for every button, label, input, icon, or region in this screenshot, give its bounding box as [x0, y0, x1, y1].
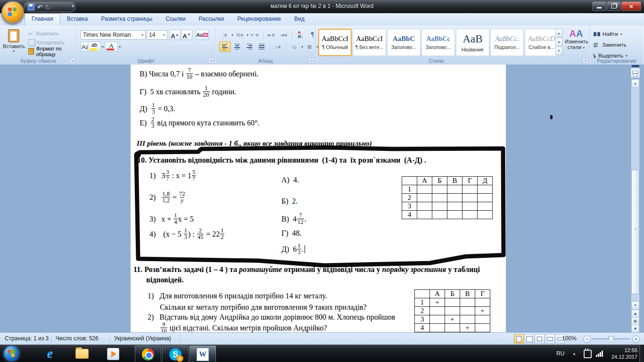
task2-line1[interactable]: 2) Відстань від дому Андрійка до школи д… [148, 313, 395, 321]
undo-icon[interactable]: ↶ [37, 4, 42, 10]
table-cell[interactable]: Б [445, 290, 460, 298]
chrome-taskbar-button[interactable] [135, 346, 161, 362]
font-name-combo[interactable]: Times New Roman▾ [81, 30, 146, 40]
style-card-heading2[interactable]: AaBbCc Заголово... [421, 29, 455, 56]
table-cell[interactable] [447, 194, 462, 202]
bullets-button[interactable]: ⁚≡ [219, 30, 231, 40]
shrink-font-button[interactable]: A▼ [181, 30, 192, 40]
skype-taskbar-button[interactable]: S 1 [162, 346, 189, 362]
table-cell[interactable] [478, 194, 493, 202]
style-card-title[interactable]: AaB Название [456, 29, 489, 56]
sort-button[interactable]: АЯ↓ [295, 30, 306, 40]
save-icon[interactable] [28, 4, 34, 10]
table-cell[interactable]: Г [475, 290, 490, 298]
zoom-out-icon[interactable]: − [583, 336, 591, 343]
tab-view[interactable]: Вид [288, 13, 311, 25]
table-cell[interactable]: 1 [415, 298, 430, 307]
table-cell[interactable]: 2 [402, 194, 417, 202]
task1-line2[interactable]: Скільки кг металу потрібно для виготовле… [160, 303, 367, 312]
restore-button[interactable] [607, 1, 621, 11]
option-a[interactable]: А) 4. [281, 176, 299, 184]
task2-line2[interactable]: 910 цієї відстані. Скільки метрів пройшо… [160, 321, 327, 332]
clipboard-dialog-launcher-icon[interactable]: ↘ [69, 58, 75, 64]
table-cell[interactable] [447, 211, 462, 219]
grow-font-button[interactable]: A▲ [169, 30, 181, 40]
equation-4[interactable]: 4) (x − 5 13) : 245 = 2212 [149, 228, 225, 240]
table-cell[interactable] [402, 177, 417, 185]
word-taskbar-button[interactable]: W [190, 346, 216, 362]
justify-button[interactable] [256, 41, 267, 52]
table-cell[interactable]: + [460, 324, 475, 332]
equation-1[interactable]: 1) 337 : x = 157 [149, 169, 196, 182]
word-count[interactable]: Число слов: 526 [56, 335, 99, 342]
tab-insert[interactable]: Вставка [60, 13, 95, 25]
table-cell[interactable] [462, 194, 478, 202]
table-cell[interactable]: + [475, 307, 490, 315]
table-cell[interactable]: Д [478, 177, 493, 185]
table-cell[interactable] [478, 211, 493, 219]
borders-button[interactable]: ⊞ [304, 41, 315, 52]
table-cell[interactable] [460, 298, 475, 307]
paragraph-dialog-launcher-icon[interactable]: ↘ [308, 58, 314, 64]
close-button[interactable]: × [621, 1, 641, 11]
style-card-no-spacing[interactable]: AaBbCcI ¶ Без инте... [353, 29, 386, 56]
style-card-subtitle[interactable]: AaBbCc. Подзагол... [490, 29, 524, 56]
problem11-title[interactable]: 11. Розв’яжіть задачі (1 – 4 ) та розташ… [133, 264, 480, 285]
table-cell[interactable] [462, 211, 478, 219]
option-b[interactable]: Б) 2. [281, 197, 298, 206]
styles-scroll-down-icon[interactable]: ▼ [555, 38, 562, 46]
table-cell[interactable] [462, 185, 478, 194]
decrease-indent-button[interactable]: ⇤≡ [266, 30, 277, 40]
table-cell[interactable]: 1 [402, 185, 417, 194]
table-cell[interactable] [432, 185, 447, 194]
numbering-dropdown-icon[interactable]: ▾ [247, 33, 248, 37]
style-card-normal[interactable]: AaBbCcI ¶ Обычный [318, 29, 352, 56]
format-painter-button[interactable]: Формат по образцу [28, 48, 76, 55]
start-button[interactable] [4, 346, 19, 362]
clear-formatting-button[interactable]: Aa [196, 30, 209, 40]
align-center-button[interactable] [231, 41, 243, 52]
table-cell[interactable]: А [417, 177, 432, 185]
statement-v[interactable]: В) Числа 0,7 і 710 – взаємно обернені. [140, 67, 258, 80]
change-styles-button[interactable]: AA Изменить стили ▾ [565, 28, 587, 57]
font-color-button[interactable]: А [105, 41, 118, 52]
paste-button[interactable]: Вставить ▾ [3, 29, 25, 58]
align-right-button[interactable] [244, 41, 255, 52]
table-cell[interactable] [475, 298, 490, 307]
network-signal-icon[interactable] [596, 351, 603, 357]
table-cell[interactable] [417, 185, 432, 194]
redo-icon[interactable]: ↻ [45, 4, 50, 10]
multilevel-list-button[interactable]: ᵃ⁻≡ [249, 30, 261, 40]
tab-review[interactable]: Рецензирование [231, 13, 288, 25]
highlight-button[interactable]: ab [88, 41, 101, 52]
styles-scroll-up-icon[interactable]: ▲ [555, 29, 562, 37]
table-cell[interactable]: 4 [402, 211, 417, 219]
answer-table-11[interactable]: АБВГ1+2+3+4+ [414, 289, 490, 332]
show-desktop-button[interactable] [639, 345, 644, 362]
table-cell[interactable]: 3 [415, 315, 430, 324]
replace-button[interactable]: abac Заменить [594, 41, 627, 49]
highlight-dropdown-icon[interactable]: ▾ [102, 45, 104, 49]
font-size-combo[interactable]: 14▾ [147, 30, 167, 40]
cut-button[interactable]: ✂ Вырезать [28, 30, 76, 37]
media-player-icon[interactable] [104, 346, 123, 362]
language-switcher[interactable]: RU [556, 350, 564, 357]
statement-d[interactable]: Д) 13 = 0,3. [140, 102, 175, 115]
table-cell[interactable] [462, 202, 478, 211]
table-cell[interactable] [432, 194, 447, 202]
table-cell[interactable] [430, 307, 445, 315]
bullets-dropdown-icon[interactable]: ▾ [231, 33, 233, 37]
table-cell[interactable] [475, 315, 490, 324]
internet-explorer-icon[interactable]: e [41, 346, 59, 362]
minimize-button[interactable] [592, 1, 606, 11]
language-indicator[interactable]: Украинский (Украина) [114, 335, 171, 342]
table-cell[interactable] [475, 324, 490, 332]
table-cell[interactable] [460, 307, 475, 315]
tab-home[interactable]: Главная [25, 13, 60, 25]
table-cell[interactable]: + [430, 298, 445, 307]
document-page[interactable]: В) Числа 0,7 і 710 – взаємно обернені. Г… [131, 65, 506, 332]
table-cell[interactable] [447, 202, 462, 211]
view-print-layout-icon[interactable] [514, 334, 524, 344]
scroll-down-icon[interactable]: ▼ [631, 301, 639, 310]
view-full-screen-icon[interactable] [524, 334, 534, 344]
